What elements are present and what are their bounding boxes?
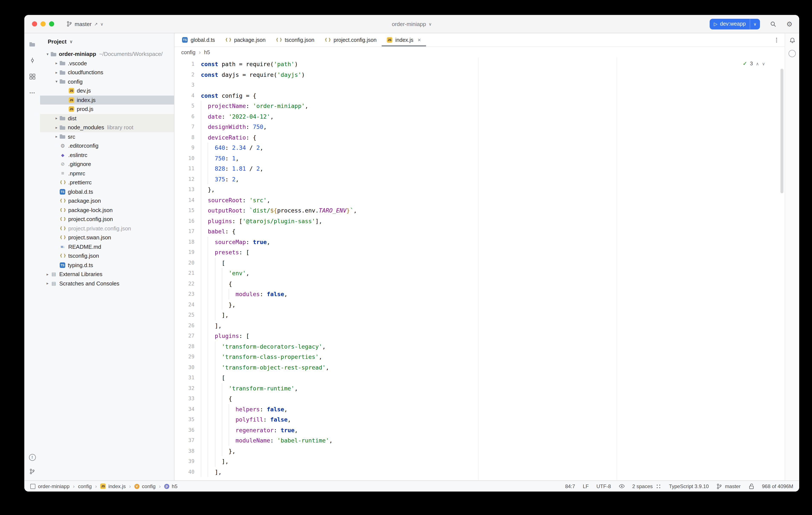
code-line[interactable]: 18sourceMap: true, (174, 237, 785, 247)
code-line[interactable]: 23modules: false, (174, 289, 785, 299)
line-number[interactable]: 4 (174, 90, 195, 101)
close-tab-icon[interactable]: × (418, 37, 421, 43)
line-number[interactable]: 11 (174, 163, 195, 174)
code-line[interactable]: 22{ (174, 278, 785, 289)
line-number[interactable]: 30 (174, 362, 195, 373)
code-line[interactable]: 39], (174, 456, 785, 467)
code-line[interactable]: 40], (174, 467, 785, 477)
scrollbar-thumb[interactable] (780, 69, 783, 193)
tree-item-prod.js[interactable]: prod.js (40, 105, 174, 114)
code-line[interactable]: 7designWidth: 750, (174, 121, 785, 132)
tree-item-.npmrc[interactable]: .npmrc (40, 169, 174, 178)
code-line[interactable]: 4const config = { (174, 90, 785, 101)
search-icon[interactable] (770, 21, 776, 27)
line-number[interactable]: 33 (174, 394, 195, 404)
status-item-h5[interactable]: h5 (164, 483, 178, 489)
code-line[interactable]: 28'transform-decorators-legacy', (174, 341, 785, 352)
code-line[interactable]: 8deviceRatio: { (174, 132, 785, 142)
line-number[interactable]: 15 (174, 205, 195, 216)
project-tool-icon[interactable] (29, 42, 35, 47)
line-number[interactable]: 17 (174, 226, 195, 237)
code-line[interactable]: 17babel: { (174, 226, 785, 237)
run-button[interactable]: ▷ dev:weapp ∨ (709, 19, 760, 29)
tree-item-config[interactable]: ▾config (40, 77, 174, 86)
line-number[interactable]: 9 (174, 142, 195, 153)
tab-index.js[interactable]: index.js× (382, 33, 426, 47)
structure-tool-icon[interactable] (29, 73, 35, 79)
line-number[interactable]: 14 (174, 195, 195, 205)
code-line[interactable]: 31[ (174, 373, 785, 383)
line-number[interactable]: 21 (174, 268, 195, 278)
line-number[interactable]: 37 (174, 435, 195, 446)
tree-item-package.json[interactable]: package.json (40, 196, 174, 206)
breadcrumb-item-h5[interactable]: h5 (204, 49, 210, 55)
next-problem-icon[interactable]: ∨ (762, 61, 765, 66)
close-window-button[interactable] (32, 21, 37, 26)
code-line[interactable]: 11828: 1.81 / 2, (174, 163, 785, 174)
tree-item-.prettierrc[interactable]: .prettierrc (40, 178, 174, 187)
tab-project.config.json[interactable]: project.config.json (319, 33, 382, 47)
tree-item-.vscode[interactable]: ▸.vscode (40, 59, 174, 68)
line-number[interactable]: 38 (174, 446, 195, 456)
chevron-down-icon[interactable]: ▾ (45, 52, 51, 56)
status-item-order-miniapp[interactable]: order-miniapp (30, 483, 69, 489)
status-item-968-of-4096m[interactable]: 968 of 4096M (762, 483, 793, 489)
tree-item-project.private.config.json[interactable]: project.private.config.json (40, 224, 174, 233)
status-item-master[interactable]: master (717, 483, 741, 489)
code-line[interactable]: 29'transform-class-properties', (174, 352, 785, 362)
line-number[interactable]: 24 (174, 299, 195, 310)
code-line[interactable]: 10750: 1, (174, 153, 785, 163)
status-item-utf-8[interactable]: UTF-8 (597, 483, 611, 489)
code-line[interactable]: 36regenerator: true, (174, 425, 785, 435)
chevron-down-icon[interactable]: ∨ (750, 22, 760, 26)
tab-global.d.ts[interactable]: global.d.ts (177, 33, 220, 47)
tree-item-scratches-and-consoles[interactable]: ▸Scratches and Consoles (40, 279, 174, 288)
line-number[interactable]: 6 (174, 111, 195, 121)
commit-tool-icon[interactable] (29, 57, 35, 63)
code-line[interactable]: 21'env', (174, 268, 785, 278)
line-number[interactable]: 36 (174, 425, 195, 435)
user-avatar-icon[interactable] (788, 50, 796, 57)
code-line[interactable]: 15outputRoot: `dist/${process.env.TARO_E… (174, 205, 785, 216)
line-number[interactable]: 34 (174, 404, 195, 414)
line-number[interactable]: 31 (174, 373, 195, 383)
breadcrumb-item-config[interactable]: config (181, 49, 196, 55)
code-line[interactable]: 2const dayjs = require('dayjs') (174, 69, 785, 80)
chevron-right-icon[interactable]: ▸ (53, 135, 60, 139)
line-number[interactable]: 32 (174, 383, 195, 394)
tree-item-external-libraries[interactable]: ▸External Libraries (40, 270, 174, 279)
chevron-right-icon[interactable]: ▸ (53, 116, 60, 120)
tree-item-cloudfunctions[interactable]: ▸cloudfunctions (40, 68, 174, 77)
line-number[interactable]: 27 (174, 331, 195, 341)
tree-item-package-lock.json[interactable]: package-lock.json (40, 206, 174, 215)
minimize-window-button[interactable] (40, 21, 46, 26)
code-line[interactable]: 13}, (174, 184, 785, 195)
tree-item-.gitignore[interactable]: .gitignore (40, 160, 174, 169)
git-branch-widget[interactable]: master ↗ ∨ (66, 21, 104, 27)
line-number[interactable]: 1 (174, 59, 195, 69)
code-line[interactable]: 24}, (174, 299, 785, 310)
line-number[interactable]: 29 (174, 352, 195, 362)
tree-item-readme.md[interactable]: README.md (40, 242, 174, 251)
tree-item-.editorconfig[interactable]: .editorconfig (40, 141, 174, 151)
tree-item-.eslintrc[interactable]: .eslintrc (40, 151, 174, 160)
tab-tsconfig.json[interactable]: tsconfig.json (270, 33, 319, 47)
line-number[interactable]: 35 (174, 414, 195, 425)
tree-item-project.swan.json[interactable]: project.swan.json (40, 233, 174, 242)
line-number[interactable]: 22 (174, 278, 195, 289)
line-number[interactable]: 10 (174, 153, 195, 163)
tree-item-node-modules[interactable]: ▸node_moduleslibrary root (40, 123, 174, 132)
line-number[interactable]: 20 (174, 258, 195, 268)
line-number[interactable]: 40 (174, 467, 195, 477)
tree-item-dev.js[interactable]: dev.js (40, 86, 174, 96)
chevron-right-icon[interactable]: ▸ (45, 272, 51, 276)
code-line[interactable]: 5projectName: 'order-miniapp', (174, 101, 785, 111)
code-line[interactable]: 20[ (174, 258, 785, 268)
version-control-icon[interactable] (29, 468, 35, 475)
line-number[interactable]: 26 (174, 320, 195, 331)
tree-item-index.js[interactable]: index.js (40, 96, 174, 105)
chevron-right-icon[interactable]: ▸ (53, 71, 60, 75)
line-number[interactable]: 5 (174, 101, 195, 111)
status-item-index.js[interactable]: index.js (100, 483, 125, 489)
inspection-widget[interactable]: ✓ 3 ∧ ∨ (743, 61, 765, 66)
